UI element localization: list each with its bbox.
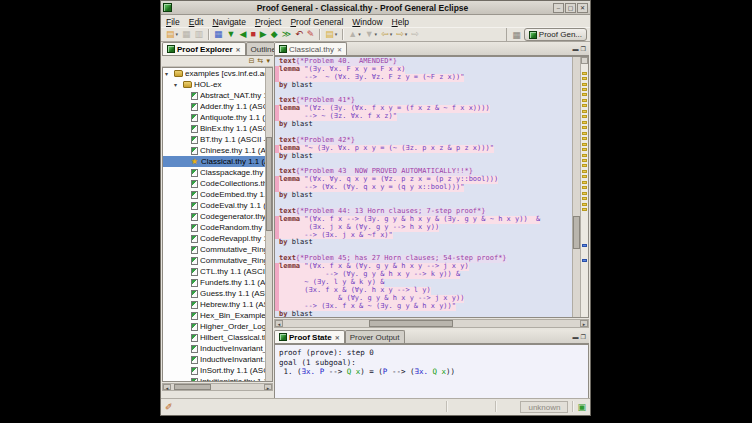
tree-item-hex_bin_examples[interactable]: Hex_Bin_Examples.thy: [163, 310, 265, 321]
open-definition-button[interactable]: ▦: [212, 28, 225, 41]
proof-state-output[interactable]: proof (prove): step 0goal (1 subgoal): 1…: [274, 344, 589, 399]
annotation-mark[interactable]: [582, 186, 587, 189]
annotation-mark[interactable]: [582, 208, 587, 211]
tab-classical-thy[interactable]: Classical.thy ✕: [274, 42, 347, 55]
expander-icon[interactable]: ▾: [165, 70, 172, 77]
tree-item-codeembed[interactable]: CodeEmbed.thy 1.1 (A: [163, 189, 265, 200]
annotation-mark[interactable]: [582, 115, 587, 118]
tree-item-antiquote[interactable]: Antiquote.thy 1.1 (ASC: [163, 112, 265, 123]
editor-text[interactable]: text{*Problem 40. AMENDED*}lemma "(∃y. ∀…: [275, 58, 571, 317]
tree-item-bt[interactable]: BT.thy 1.1 (ASCII -klv/: [163, 134, 265, 145]
explorer-horizontal-scrollbar[interactable]: ◂ ▸: [162, 383, 273, 391]
scroll-right-icon[interactable]: ▸: [264, 384, 272, 390]
next-step-button[interactable]: ▶: [258, 28, 269, 41]
close-button[interactable]: ✕: [577, 3, 588, 13]
tree-item-codecollections[interactable]: CodeCollections.thy 1.1: [163, 178, 265, 189]
scroll-thumb[interactable]: [266, 137, 272, 231]
back-button[interactable]: ⇦▾: [379, 28, 394, 41]
scroll-right-icon[interactable]: ▸: [580, 320, 588, 327]
tree-item-codeeval[interactable]: CodeEval.thy 1.1 (ASC: [163, 200, 265, 211]
annotation-mark[interactable]: [582, 137, 587, 140]
annotation-mark[interactable]: [582, 154, 587, 157]
menu-help[interactable]: Help: [392, 17, 409, 27]
minimize-button[interactable]: ‒: [553, 3, 564, 13]
editor-horizontal-scrollbar[interactable]: ◂ ▸: [274, 319, 589, 328]
menu-proof-general[interactable]: Proof General: [290, 17, 343, 27]
close-tab-icon[interactable]: ✕: [335, 334, 340, 341]
annotation-mark[interactable]: [582, 110, 587, 113]
tree-item-hol-ex[interactable]: ▾HOL-ex: [163, 79, 265, 90]
annotation-mark[interactable]: [582, 83, 587, 86]
progress-icon[interactable]: ▣: [577, 402, 586, 412]
retract-file-button[interactable]: ↶: [293, 28, 305, 41]
chevron-down-icon[interactable]: ▾: [390, 28, 393, 41]
annotation-mark[interactable]: [582, 192, 587, 195]
annotation-mark[interactable]: [582, 93, 587, 96]
tree-item-classical[interactable]: ★Classical.thy 1.1 (ASCI: [163, 156, 265, 167]
scroll-left-icon[interactable]: ◂: [275, 320, 283, 327]
tree-item-higher_order_logic[interactable]: Higher_Order_Logic.thy: [163, 321, 265, 332]
tree-item-commutative_ringex[interactable]: Commutative_RingEx.th: [163, 255, 265, 266]
minimize-panel-icon[interactable]: ▬: [573, 333, 579, 341]
annotation-mark[interactable]: [582, 99, 587, 102]
overview-ruler[interactable]: [581, 64, 588, 317]
chevron-down-icon[interactable]: ▾: [405, 28, 408, 41]
editor-vertical-scrollbar[interactable]: [572, 57, 581, 317]
maximize-button[interactable]: ▢: [565, 3, 576, 13]
tree-item-insort[interactable]: InSort.thy 1.1 (ASCII -k: [163, 365, 265, 376]
tree-item-guess[interactable]: Guess.thy 1.1 (ASCII -k: [163, 288, 265, 299]
tree-item-abstract_nat[interactable]: Abstract_NAT.thy 1.1 (A: [163, 90, 265, 101]
menu-window[interactable]: Window: [352, 17, 382, 27]
maximize-panel-icon[interactable]: ❐: [581, 333, 586, 341]
undo-step-button[interactable]: ◀: [238, 28, 249, 41]
annotation-mark[interactable]: [582, 164, 587, 167]
menu-file[interactable]: File: [166, 17, 180, 27]
perspective-proof-general-button[interactable]: Proof Gen...: [524, 28, 587, 41]
annotation-mark[interactable]: [582, 77, 587, 80]
open-location-button[interactable]: ▤▾: [323, 28, 339, 41]
annotation-mark[interactable]: [582, 170, 587, 173]
annotation-mark[interactable]: [582, 244, 587, 247]
open-perspective-icon[interactable]: ▦: [512, 30, 521, 40]
annotation-mark[interactable]: [582, 148, 587, 151]
maximize-panel-icon[interactable]: ❐: [581, 45, 586, 53]
editor-content[interactable]: text{*Problem 40. AMENDED*}lemma "(∃y. ∀…: [274, 56, 589, 318]
menu-navigate[interactable]: Navigate: [212, 17, 246, 27]
tree-item-classpackage[interactable]: Classpackage.thy 1.1 (: [163, 167, 265, 178]
tree-item-ctl[interactable]: CTL.thy 1.1 (ASCII -kkv: [163, 266, 265, 277]
tree-item-inductiveinvariant[interactable]: InductiveInvariant.thy 1: [163, 354, 265, 365]
annotation-mark[interactable]: [582, 181, 587, 184]
annotation-mark[interactable]: [582, 175, 587, 178]
menu-edit[interactable]: Edit: [189, 17, 204, 27]
annotation-mark[interactable]: [582, 159, 587, 162]
tree-item-coderevappl[interactable]: CodeRevappl.thy 1.1 (/: [163, 233, 265, 244]
annotation-mark[interactable]: [582, 126, 587, 129]
collapse-all-button[interactable]: ⊟: [249, 57, 255, 65]
chevron-down-icon[interactable]: ▾: [176, 28, 179, 41]
complete-file-button[interactable]: ≫: [280, 28, 293, 41]
expander-icon[interactable]: ▾: [174, 81, 181, 88]
tab-proof-state[interactable]: Proof State ✕: [274, 330, 345, 343]
view-menu-button[interactable]: ▾: [266, 57, 270, 65]
forward-button[interactable]: ⇨▾: [394, 28, 409, 41]
annotation-mark[interactable]: [582, 197, 587, 200]
tree-item-commutative_ring_con[interactable]: Commutative_Ring_Con: [163, 244, 265, 255]
undo-all-button[interactable]: ▼: [225, 28, 238, 41]
annotation-mark[interactable]: [582, 143, 587, 146]
tree-item-chinese[interactable]: Chinese.thy 1.1 (ASCI: [163, 145, 265, 156]
scroll-thumb[interactable]: [573, 216, 580, 250]
annotation-mark[interactable]: [582, 104, 587, 107]
annotation-mark[interactable]: [582, 121, 587, 124]
tree-item-binex[interactable]: BinEx.thy 1.1 (ASCII -kl: [163, 123, 265, 134]
minimize-panel-icon[interactable]: ▬: [573, 45, 579, 53]
tab-prover-output[interactable]: Prover Output: [345, 330, 405, 343]
annotation-mark[interactable]: [582, 132, 587, 135]
menu-project[interactable]: Project: [255, 17, 281, 27]
scroll-left-icon[interactable]: ◂: [163, 384, 171, 390]
annotation-mark[interactable]: [582, 88, 587, 91]
goto-button[interactable]: ◆: [269, 28, 280, 41]
chevron-down-icon[interactable]: ▾: [375, 28, 378, 41]
tree-item-examples[interactable]: ▾examples [cvs.inf.ed.ac.uk]: [163, 68, 265, 79]
explorer-vertical-scrollbar[interactable]: [265, 68, 272, 381]
annotation-mark[interactable]: [582, 203, 587, 206]
